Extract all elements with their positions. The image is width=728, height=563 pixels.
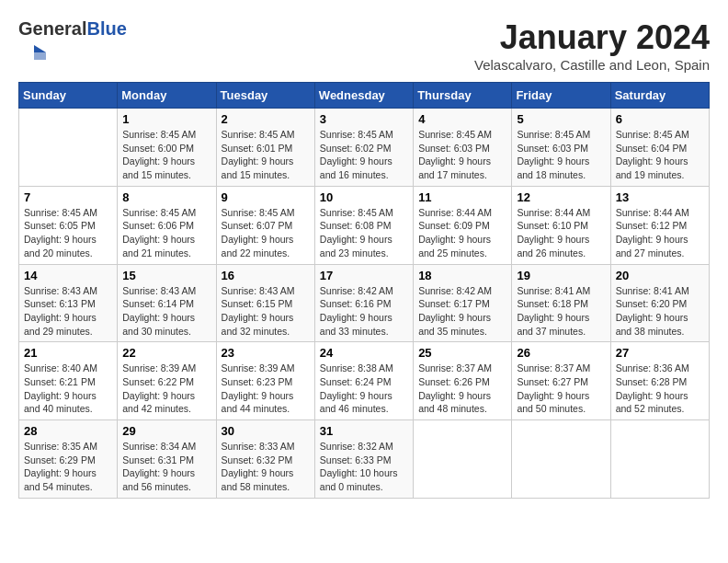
calendar-cell: 14Sunrise: 8:43 AMSunset: 6:13 PMDayligh… [19,264,118,342]
calendar-cell: 8Sunrise: 8:45 AMSunset: 6:06 PMDaylight… [118,186,216,264]
day-number: 9 [222,190,310,204]
cell-content: Sunrise: 8:43 AMSunset: 6:15 PMDaylight:… [222,285,295,337]
calendar-cell: 26Sunrise: 8:37 AMSunset: 6:27 PMDayligh… [512,342,610,420]
day-number: 31 [320,424,408,438]
calendar-cell: 19Sunrise: 8:41 AMSunset: 6:18 PMDayligh… [512,264,610,342]
cell-content: Sunrise: 8:39 AMSunset: 6:22 PMDaylight:… [122,362,196,414]
calendar-cell: 12Sunrise: 8:44 AMSunset: 6:10 PMDayligh… [512,186,610,264]
day-number: 21 [24,346,112,360]
calendar-body: 1Sunrise: 8:45 AMSunset: 6:00 PMDaylight… [19,109,710,499]
cell-content: Sunrise: 8:38 AMSunset: 6:24 PMDaylight:… [320,362,393,414]
day-number: 7 [24,190,112,204]
logo-icon [20,39,48,66]
calendar-cell: 31Sunrise: 8:32 AMSunset: 6:33 PMDayligh… [314,420,413,499]
day-number: 29 [122,424,210,438]
calendar-week-1: 1Sunrise: 8:45 AMSunset: 6:00 PMDaylight… [19,109,710,187]
cell-content: Sunrise: 8:34 AMSunset: 6:31 PMDaylight:… [122,441,196,492]
column-header-friday: Friday [512,83,610,109]
cell-content: Sunrise: 8:43 AMSunset: 6:14 PMDaylight:… [122,285,196,337]
cell-content: Sunrise: 8:36 AMSunset: 6:28 PMDaylight:… [616,362,689,414]
cell-content: Sunrise: 8:37 AMSunset: 6:27 PMDaylight:… [517,362,590,414]
column-header-wednesday: Wednesday [314,83,413,109]
calendar-cell: 21Sunrise: 8:40 AMSunset: 6:21 PMDayligh… [19,342,118,420]
day-number: 13 [616,190,704,204]
day-number: 24 [320,346,408,360]
calendar-cell [414,420,512,499]
calendar-header-row: SundayMondayTuesdayWednesdayThursdayFrid… [19,83,710,109]
cell-content: Sunrise: 8:45 AMSunset: 6:01 PMDaylight:… [222,129,295,180]
day-number: 27 [616,346,704,360]
column-header-sunday: Sunday [19,83,118,109]
title-block: January 2024 Velascalvaro, Castille and … [474,18,710,73]
calendar-cell: 28Sunrise: 8:35 AMSunset: 6:29 PMDayligh… [19,420,118,499]
day-number: 16 [222,269,310,282]
cell-content: Sunrise: 8:45 AMSunset: 6:03 PMDaylight:… [418,129,492,180]
calendar-cell: 15Sunrise: 8:43 AMSunset: 6:14 PMDayligh… [118,264,216,342]
cell-content: Sunrise: 8:45 AMSunset: 6:05 PMDaylight:… [24,207,97,259]
calendar-cell: 3Sunrise: 8:45 AMSunset: 6:02 PMDaylight… [314,109,413,187]
cell-content: Sunrise: 8:44 AMSunset: 6:09 PMDaylight:… [418,207,492,259]
calendar-cell: 30Sunrise: 8:33 AMSunset: 6:32 PMDayligh… [216,420,314,499]
location: Velascalvaro, Castille and Leon, Spain [474,57,710,73]
calendar-cell: 18Sunrise: 8:42 AMSunset: 6:17 PMDayligh… [414,264,512,342]
calendar-cell: 9Sunrise: 8:45 AMSunset: 6:07 PMDaylight… [216,186,314,264]
day-number: 6 [616,112,704,126]
day-number: 11 [418,190,506,204]
cell-content: Sunrise: 8:45 AMSunset: 6:07 PMDaylight:… [222,207,295,259]
calendar-week-3: 14Sunrise: 8:43 AMSunset: 6:13 PMDayligh… [19,264,710,342]
calendar-cell: 27Sunrise: 8:36 AMSunset: 6:28 PMDayligh… [610,342,709,420]
day-number: 30 [222,424,310,438]
calendar-week-2: 7Sunrise: 8:45 AMSunset: 6:05 PMDaylight… [19,186,710,264]
calendar-cell: 6Sunrise: 8:45 AMSunset: 6:04 PMDaylight… [610,109,709,187]
calendar-cell [19,109,118,187]
calendar-cell: 2Sunrise: 8:45 AMSunset: 6:01 PMDaylight… [216,109,314,187]
cell-content: Sunrise: 8:45 AMSunset: 6:08 PMDaylight:… [320,207,393,259]
day-number: 3 [320,112,408,126]
cell-content: Sunrise: 8:42 AMSunset: 6:16 PMDaylight:… [320,285,393,337]
day-number: 22 [122,346,210,360]
page-header: GeneralBlue January 2024 Velascalvaro, C… [18,18,710,73]
logo-general-text: General [18,18,86,39]
day-number: 4 [418,112,506,126]
cell-content: Sunrise: 8:42 AMSunset: 6:17 PMDaylight:… [418,285,492,337]
day-number: 15 [122,269,210,282]
cell-content: Sunrise: 8:32 AMSunset: 6:33 PMDaylight:… [320,441,398,492]
calendar-cell: 16Sunrise: 8:43 AMSunset: 6:15 PMDayligh… [216,264,314,342]
calendar-table: SundayMondayTuesdayWednesdayThursdayFrid… [18,82,710,499]
calendar-cell: 24Sunrise: 8:38 AMSunset: 6:24 PMDayligh… [314,342,413,420]
cell-content: Sunrise: 8:40 AMSunset: 6:21 PMDaylight:… [24,362,97,414]
calendar-week-4: 21Sunrise: 8:40 AMSunset: 6:21 PMDayligh… [19,342,710,420]
day-number: 12 [517,190,605,204]
cell-content: Sunrise: 8:43 AMSunset: 6:13 PMDaylight:… [24,285,97,337]
day-number: 17 [320,269,408,282]
column-header-saturday: Saturday [610,83,709,109]
day-number: 20 [616,269,704,282]
cell-content: Sunrise: 8:45 AMSunset: 6:04 PMDaylight:… [616,129,689,180]
day-number: 1 [122,112,210,126]
calendar-week-5: 28Sunrise: 8:35 AMSunset: 6:29 PMDayligh… [19,420,710,499]
cell-content: Sunrise: 8:45 AMSunset: 6:03 PMDaylight:… [517,129,590,180]
column-header-monday: Monday [118,83,216,109]
day-number: 8 [122,190,210,204]
calendar-cell: 4Sunrise: 8:45 AMSunset: 6:03 PMDaylight… [414,109,512,187]
cell-content: Sunrise: 8:41 AMSunset: 6:20 PMDaylight:… [616,285,689,337]
cell-content: Sunrise: 8:45 AMSunset: 6:02 PMDaylight:… [320,129,393,180]
day-number: 5 [517,112,605,126]
cell-content: Sunrise: 8:41 AMSunset: 6:18 PMDaylight:… [517,285,590,337]
day-number: 14 [24,269,112,282]
calendar-cell: 13Sunrise: 8:44 AMSunset: 6:12 PMDayligh… [610,186,709,264]
calendar-cell: 23Sunrise: 8:39 AMSunset: 6:23 PMDayligh… [216,342,314,420]
calendar-cell: 22Sunrise: 8:39 AMSunset: 6:22 PMDayligh… [118,342,216,420]
day-number: 26 [517,346,605,360]
column-header-tuesday: Tuesday [216,83,314,109]
day-number: 2 [222,112,310,126]
cell-content: Sunrise: 8:45 AMSunset: 6:00 PMDaylight:… [122,129,196,180]
calendar-cell: 7Sunrise: 8:45 AMSunset: 6:05 PMDaylight… [19,186,118,264]
calendar-cell [512,420,610,499]
cell-content: Sunrise: 8:44 AMSunset: 6:12 PMDaylight:… [616,207,689,259]
calendar-cell: 29Sunrise: 8:34 AMSunset: 6:31 PMDayligh… [118,420,216,499]
day-number: 25 [418,346,506,360]
logo: GeneralBlue [18,18,127,70]
cell-content: Sunrise: 8:39 AMSunset: 6:23 PMDaylight:… [222,362,295,414]
cell-content: Sunrise: 8:45 AMSunset: 6:06 PMDaylight:… [122,207,196,259]
